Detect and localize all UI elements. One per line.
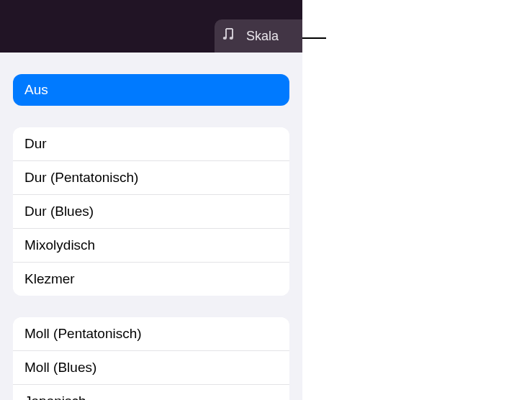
svg-point-1: [230, 37, 233, 40]
scale-group-minor: Moll (Pentatonisch) Moll (Blues) Japanis…: [13, 317, 289, 400]
scale-tab[interactable]: Skala: [215, 19, 302, 53]
scale-off-button[interactable]: Aus: [13, 74, 289, 106]
callout-line: [302, 37, 326, 39]
scale-item-klezmer[interactable]: Klezmer: [13, 262, 289, 296]
quantize-notes-icon: [222, 26, 246, 47]
scale-group-major: Dur Dur (Pentatonisch) Dur (Blues) Mixol…: [13, 127, 289, 296]
scale-item-dur[interactable]: Dur: [13, 127, 289, 160]
scale-item-moll-pentatonic[interactable]: Moll (Pentatonisch): [13, 317, 289, 350]
scale-panel: Aus Dur Dur (Pentatonisch) Dur (Blues) M…: [0, 53, 302, 400]
app-header: Skala: [0, 0, 302, 53]
scale-item-mixolydian[interactable]: Mixolydisch: [13, 228, 289, 262]
scale-item-dur-pentatonic[interactable]: Dur (Pentatonisch): [13, 160, 289, 194]
scale-item-moll-blues[interactable]: Moll (Blues): [13, 350, 289, 384]
scale-item-dur-blues[interactable]: Dur (Blues): [13, 194, 289, 228]
svg-point-0: [223, 37, 227, 40]
scale-tab-label: Skala: [246, 29, 279, 44]
scale-item-japanese[interactable]: Japanisch: [13, 384, 289, 400]
